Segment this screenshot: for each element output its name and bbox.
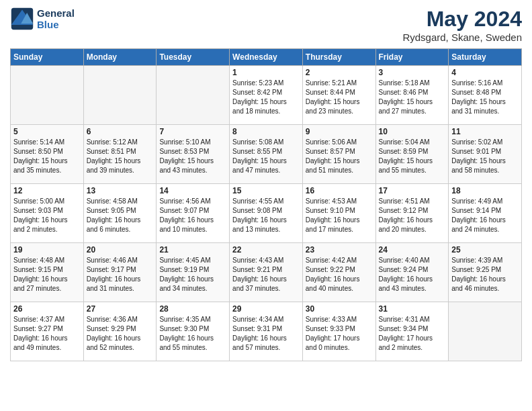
day-number: 28	[159, 304, 226, 314]
calendar-cell: 24Sunrise: 4:40 AMSunset: 9:24 PMDayligh…	[375, 243, 449, 302]
daylight: Daylight: 16 hours and 57 minutes.	[232, 334, 287, 351]
day-number: 22	[232, 245, 300, 255]
daylight: Daylight: 16 hours and 43 minutes.	[379, 275, 433, 292]
day-number: 5	[13, 127, 81, 136]
sunrise: Sunrise: 4:39 AM	[451, 257, 502, 264]
sunrise: Sunrise: 5:23 AM	[232, 79, 283, 87]
column-header-sunday: Sunday	[11, 49, 84, 66]
daylight: Daylight: 15 hours and 18 minutes.	[232, 98, 287, 115]
daylight: Daylight: 15 hours and 51 minutes.	[306, 157, 360, 174]
daylight: Daylight: 16 hours and 31 minutes.	[87, 275, 141, 292]
day-info: Sunrise: 5:23 AMSunset: 8:42 PMDaylight:…	[232, 79, 300, 116]
calendar-week-4: 19Sunrise: 4:48 AMSunset: 9:15 PMDayligh…	[11, 243, 522, 302]
sunrise: Sunrise: 4:35 AM	[159, 316, 210, 323]
sunset: Sunset: 9:31 PM	[232, 325, 282, 332]
sunset: Sunset: 8:50 PM	[13, 148, 63, 155]
sunrise: Sunrise: 4:43 AM	[232, 257, 283, 264]
calendar-cell: 21Sunrise: 4:45 AMSunset: 9:19 PMDayligh…	[157, 243, 230, 302]
daylight: Daylight: 15 hours and 47 minutes.	[232, 157, 287, 174]
day-info: Sunrise: 5:04 AMSunset: 8:59 PMDaylight:…	[379, 138, 446, 175]
daylight: Daylight: 16 hours and 49 minutes.	[13, 334, 68, 351]
sunset: Sunset: 9:21 PM	[232, 266, 282, 273]
day-info: Sunrise: 4:39 AMSunset: 9:25 PMDaylight:…	[451, 256, 519, 293]
daylight: Daylight: 15 hours and 43 minutes.	[159, 157, 214, 174]
day-number: 18	[451, 186, 519, 195]
daylight: Daylight: 17 hours and 0 minutes.	[306, 334, 360, 351]
day-number: 20	[87, 245, 154, 255]
column-header-monday: Monday	[83, 49, 157, 66]
sunset: Sunset: 9:24 PM	[379, 266, 429, 273]
sunrise: Sunrise: 4:36 AM	[87, 316, 138, 323]
day-number: 2	[306, 68, 373, 77]
day-number: 6	[87, 127, 154, 136]
sunrise: Sunrise: 5:00 AM	[13, 197, 64, 205]
calendar-cell	[157, 66, 230, 125]
sunset: Sunset: 9:29 PM	[87, 325, 136, 332]
calendar-cell: 5Sunrise: 5:14 AMSunset: 8:50 PMDaylight…	[11, 125, 84, 184]
calendar-cell: 9Sunrise: 5:06 AMSunset: 8:57 PMDaylight…	[302, 125, 375, 184]
calendar-cell: 4Sunrise: 5:16 AMSunset: 8:48 PMDaylight…	[449, 66, 522, 125]
sunrise: Sunrise: 4:55 AM	[232, 197, 283, 205]
location: Rydsgard, Skane, Sweden	[402, 32, 522, 43]
sunset: Sunset: 8:44 PM	[306, 89, 355, 96]
day-number: 1	[232, 68, 300, 77]
sunrise: Sunrise: 5:12 AM	[87, 138, 138, 146]
daylight: Daylight: 16 hours and 20 minutes.	[379, 216, 433, 233]
sunset: Sunset: 9:01 PM	[451, 148, 501, 155]
sunset: Sunset: 9:05 PM	[87, 207, 136, 214]
day-number: 21	[159, 245, 226, 255]
sunrise: Sunrise: 5:10 AM	[159, 138, 210, 146]
sunrise: Sunrise: 4:37 AM	[13, 316, 64, 323]
day-number: 10	[379, 127, 446, 136]
calendar-cell: 30Sunrise: 4:33 AMSunset: 9:33 PMDayligh…	[302, 302, 375, 361]
daylight: Daylight: 15 hours and 23 minutes.	[306, 98, 360, 115]
sunrise: Sunrise: 5:02 AM	[451, 138, 502, 146]
daylight: Daylight: 16 hours and 55 minutes.	[159, 334, 214, 351]
calendar-week-5: 26Sunrise: 4:37 AMSunset: 9:27 PMDayligh…	[11, 302, 522, 361]
daylight: Daylight: 16 hours and 24 minutes.	[451, 216, 506, 233]
day-info: Sunrise: 5:21 AMSunset: 8:44 PMDaylight:…	[306, 79, 373, 116]
sunrise: Sunrise: 5:18 AM	[379, 79, 430, 87]
calendar-cell: 1Sunrise: 5:23 AMSunset: 8:42 PMDaylight…	[230, 66, 303, 125]
day-info: Sunrise: 4:45 AMSunset: 9:19 PMDaylight:…	[159, 256, 226, 293]
daylight: Daylight: 15 hours and 31 minutes.	[451, 98, 506, 115]
day-number: 14	[159, 186, 226, 195]
day-info: Sunrise: 4:53 AMSunset: 9:10 PMDaylight:…	[306, 197, 373, 234]
day-info: Sunrise: 4:36 AMSunset: 9:29 PMDaylight:…	[87, 315, 154, 353]
sunset: Sunset: 8:48 PM	[451, 89, 501, 96]
daylight: Daylight: 15 hours and 58 minutes.	[451, 157, 506, 174]
calendar-cell	[449, 302, 522, 361]
sunset: Sunset: 8:53 PM	[159, 148, 209, 155]
title-block: May 2024 Rydsgard, Skane, Sweden	[402, 7, 522, 43]
day-info: Sunrise: 5:14 AMSunset: 8:50 PMDaylight:…	[13, 138, 81, 175]
sunset: Sunset: 8:57 PM	[306, 148, 355, 155]
calendar-cell: 16Sunrise: 4:53 AMSunset: 9:10 PMDayligh…	[302, 184, 375, 243]
sunset: Sunset: 9:22 PM	[306, 266, 355, 273]
sunrise: Sunrise: 4:48 AM	[13, 257, 64, 264]
sunset: Sunset: 9:27 PM	[13, 325, 63, 332]
calendar-cell: 26Sunrise: 4:37 AMSunset: 9:27 PMDayligh…	[11, 302, 84, 361]
day-number: 19	[13, 245, 81, 255]
sunrise: Sunrise: 4:45 AM	[159, 257, 210, 264]
day-number: 24	[379, 245, 446, 255]
sunrise: Sunrise: 4:53 AM	[306, 197, 357, 205]
day-info: Sunrise: 5:08 AMSunset: 8:55 PMDaylight:…	[232, 138, 300, 175]
sunrise: Sunrise: 4:42 AM	[306, 257, 357, 264]
sunset: Sunset: 8:55 PM	[232, 148, 282, 155]
month-year: May 2024	[402, 7, 522, 32]
day-number: 16	[306, 186, 373, 195]
sunset: Sunset: 9:33 PM	[306, 325, 355, 332]
day-info: Sunrise: 5:18 AMSunset: 8:46 PMDaylight:…	[379, 79, 446, 116]
sunset: Sunset: 8:46 PM	[379, 89, 429, 96]
calendar-cell: 10Sunrise: 5:04 AMSunset: 8:59 PMDayligh…	[375, 125, 449, 184]
day-info: Sunrise: 5:16 AMSunset: 8:48 PMDaylight:…	[451, 79, 519, 116]
day-info: Sunrise: 4:48 AMSunset: 9:15 PMDaylight:…	[13, 256, 81, 293]
calendar-cell: 19Sunrise: 4:48 AMSunset: 9:15 PMDayligh…	[11, 243, 84, 302]
sunrise: Sunrise: 4:56 AM	[159, 197, 210, 205]
calendar-cell: 20Sunrise: 4:46 AMSunset: 9:17 PMDayligh…	[83, 243, 157, 302]
daylight: Daylight: 16 hours and 37 minutes.	[232, 275, 287, 292]
calendar-cell: 17Sunrise: 4:51 AMSunset: 9:12 PMDayligh…	[375, 184, 449, 243]
sunset: Sunset: 8:42 PM	[232, 89, 282, 96]
sunset: Sunset: 9:25 PM	[451, 266, 501, 273]
day-number: 15	[232, 186, 300, 195]
